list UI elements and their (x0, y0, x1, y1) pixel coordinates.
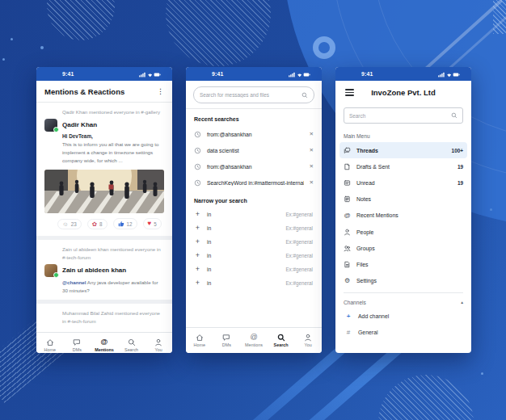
status-time: 9:41 (62, 71, 74, 77)
narrow-search-title: Narrow your search (194, 198, 314, 204)
nav-item-search[interactable]: Search (118, 333, 145, 353)
phone-screen-search: 9:41 Recent searches from:@ahsankhan ✕ d… (186, 67, 322, 353)
menu-item-files[interactable]: Files (335, 256, 471, 272)
plus-icon: + (195, 266, 200, 273)
search-icon (301, 92, 308, 99)
thumbs-up-emoji-icon (118, 220, 124, 227)
status-bar: 9:41 (335, 67, 471, 81)
unread-badge: 19 (458, 164, 463, 170)
narrow-search-row[interactable]: + in Ex:#general (186, 221, 322, 235)
recent-search-row[interactable]: data scientist ✕ (186, 142, 322, 158)
background-dot (490, 208, 492, 211)
plus-icon: + (195, 211, 200, 218)
background-dot (2, 58, 5, 61)
history-clock-icon (194, 131, 201, 138)
remove-recent-icon[interactable]: ✕ (310, 147, 314, 153)
menu-item-drafts[interactable]: Drafts & Sent 19 (335, 158, 471, 174)
avatar (44, 264, 57, 277)
plus-icon: + (195, 238, 200, 246)
kebab-menu-icon[interactable]: ⋮ (157, 88, 164, 95)
background-streak (449, 0, 506, 69)
nav-item-you[interactable]: You (145, 333, 172, 353)
plus-icon: + (195, 225, 200, 232)
reaction-pill[interactable]: ✿ 8 (87, 219, 108, 230)
menu-item-people[interactable]: People (335, 224, 471, 240)
file-icon (344, 261, 351, 268)
narrow-search-row[interactable]: + in Ex:#general (186, 249, 322, 262)
narrow-search-row[interactable]: + in Ex:#general (186, 235, 322, 249)
background-hatch-circle (378, 375, 474, 420)
nav-item-home[interactable]: Home (186, 328, 213, 353)
status-bar: 9:41 (36, 67, 172, 81)
unread-badge: 100+ (452, 148, 463, 153)
add-channel-button[interactable]: + Add channel (335, 309, 471, 325)
nav-item-you[interactable]: You (294, 328, 322, 353)
channel-item-general[interactable]: # General (335, 325, 471, 341)
remove-recent-icon[interactable]: ✕ (310, 131, 314, 137)
gear-icon: ⚙ (344, 278, 351, 284)
workspace-title: InvoZone Pvt. Ltd (371, 88, 436, 97)
menu-item-groups[interactable]: Groups (335, 240, 471, 256)
reaction-count: 8 (99, 221, 103, 227)
history-clock-icon (194, 179, 201, 187)
menu-item-recent-mentions[interactable]: @ Recent Mentions (335, 208, 471, 224)
nav-item-home[interactable]: Home (36, 333, 64, 353)
search-icon (451, 112, 458, 119)
reaction-pill[interactable]: ☺ 23 (57, 219, 82, 230)
bottom-navigation: Home DMs @ Mentions Search You (186, 327, 322, 353)
remove-recent-icon[interactable]: ✕ (310, 163, 314, 170)
channels-section-label: Channels ▴ (344, 300, 463, 305)
author-row: Qadir Khan (44, 119, 164, 132)
search-input[interactable] (349, 113, 451, 119)
nav-item-mentions[interactable]: @ Mentions (91, 333, 118, 353)
mention-meta: Muhammad Bilal Zahid mentioned everyone … (62, 309, 164, 325)
document-icon (344, 163, 351, 170)
message-body: @channel Any java developer available fo… (62, 279, 164, 295)
background-ring-icon (313, 36, 335, 59)
narrow-search-row[interactable]: + in Ex:#general (186, 262, 322, 276)
divider (186, 108, 322, 109)
threads-icon (344, 147, 351, 154)
narrow-search-row[interactable]: + in Ex:#general (186, 208, 322, 221)
desktop-background: { "colors": { "status_bar": "#2157b7", "… (0, 0, 506, 420)
recent-search-row[interactable]: from:@ahsankhan ✕ (186, 158, 322, 174)
reaction-pill[interactable]: ♥ 5 (143, 218, 162, 229)
status-signal-wifi-battery-icons (289, 71, 310, 78)
chat-icon (73, 338, 81, 346)
search-bar[interactable] (193, 86, 314, 103)
menu-item-notes[interactable]: Notes (335, 191, 471, 208)
phone-screen-main-menu: 9:41 InvoZone Pvt. Ltd Main Menu Threads… (335, 67, 471, 353)
mention-item[interactable]: Qadir Khan mentioned everyone in #-galle… (36, 103, 172, 236)
rose-emoji-icon: ✿ (92, 221, 97, 228)
menu-item-unread[interactable]: Unread 19 (335, 174, 471, 191)
avatar (44, 119, 57, 132)
hash-icon: # (345, 330, 352, 336)
search-icon (277, 334, 285, 342)
narrow-search-row[interactable]: + in Ex:#general (186, 276, 322, 290)
author-name: Qadir Khan (62, 121, 97, 128)
nav-item-mentions[interactable]: @ Mentions (240, 328, 268, 353)
mention-item[interactable]: Muhammad Bilal Zahid mentioned everyone … (36, 304, 172, 332)
nav-item-search[interactable]: Search (268, 328, 295, 353)
plus-icon: + (195, 252, 200, 259)
home-icon (46, 338, 54, 346)
hamburger-menu-icon[interactable] (345, 89, 354, 96)
home-icon (196, 334, 204, 342)
remove-recent-icon[interactable]: ✕ (310, 179, 314, 186)
reaction-pill[interactable]: 12 (113, 218, 137, 229)
mention-item[interactable]: Zain ul abideen khan mentioned everyone … (36, 240, 172, 300)
message-icon (344, 179, 351, 187)
crosswalk-photo[interactable] (44, 170, 164, 213)
menu-item-settings[interactable]: ⚙ Settings (335, 273, 471, 289)
recent-search-row[interactable]: from:@ahsankhan ✕ (186, 126, 322, 142)
recent-search-row[interactable]: SearchKeyWord in:#mattermost-internal ✕ (186, 174, 322, 191)
nav-item-dms[interactable]: DMs (213, 328, 241, 353)
menu-item-threads[interactable]: Threads 100+ (339, 142, 467, 158)
message-body: This is to inform you all that we are go… (62, 141, 164, 166)
search-icon (128, 338, 136, 346)
at-icon: @ (101, 338, 108, 346)
search-input[interactable] (200, 92, 301, 98)
collapse-caret-icon[interactable]: ▴ (461, 300, 463, 304)
nav-item-dms[interactable]: DMs (64, 333, 91, 353)
search-bar[interactable] (344, 107, 463, 124)
